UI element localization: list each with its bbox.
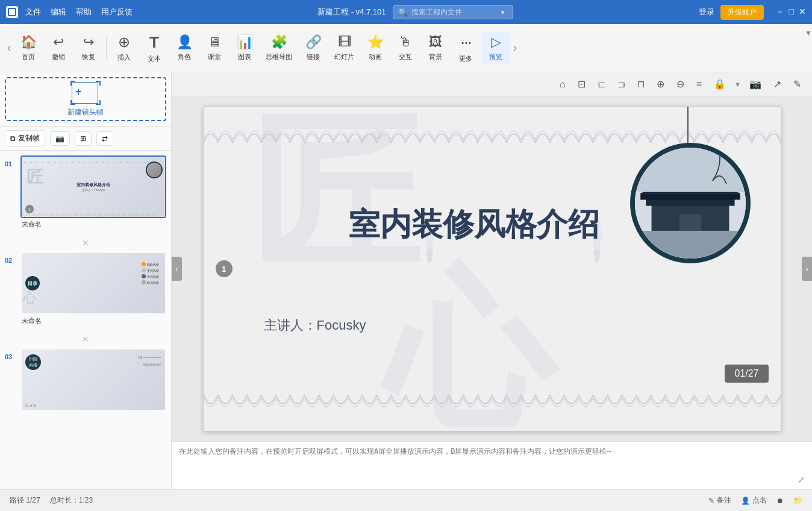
interact-icon: 🖱 — [399, 34, 412, 50]
record-icon: ⏺ — [776, 497, 784, 505]
person-icon: 👤 — [741, 497, 750, 505]
toolbar-interact-label: 交互 — [399, 52, 412, 61]
maximize-button[interactable]: □ — [789, 7, 794, 17]
grid-icon: ⊞ — [80, 134, 86, 143]
slide-main-title: 室内装修风格介绍 — [349, 204, 599, 246]
home-icon: 🏠 — [20, 34, 37, 50]
toolbar-chart[interactable]: 📊 图表 — [230, 32, 260, 64]
menu-file[interactable]: 文件 — [25, 7, 41, 17]
canvas-slide[interactable]: 匠 心 室内装修风格介绍 主 — [203, 106, 781, 431]
canvas-export-icon[interactable]: ↗ — [770, 77, 785, 92]
new-frame-area: + 新建镜头帧 ▼ — [0, 72, 171, 127]
folder-button[interactable]: 📁 — [793, 497, 802, 505]
canvas-content: ‹ 匠 心 — [172, 96, 812, 441]
canvas-copy-icon[interactable]: ⊡ — [574, 77, 589, 92]
close-button[interactable]: ✕ — [799, 7, 806, 17]
frame2-title: 未命名 — [20, 316, 166, 325]
frame-thumb-3[interactable]: 田园风格 01 ————— 田园风格介绍 01 of 08 — [20, 348, 166, 413]
note-icon: ✎ — [708, 497, 714, 505]
redo-icon: ↪ — [83, 34, 94, 50]
frame-thumb-inner-1[interactable]: 匠 室内装修风格介绍 主讲人：Focusky 1 — [20, 155, 166, 218]
frame-number-2: 02 — [5, 257, 17, 264]
minimize-button[interactable]: － — [776, 7, 784, 17]
new-frame-button[interactable]: + 新建镜头帧 — [5, 77, 166, 121]
canvas-lock-dropdown[interactable]: ▼ — [734, 81, 741, 88]
toolbar-bg-label: 背景 — [429, 52, 442, 61]
toolbar-interact[interactable]: 🖱 交互 — [390, 32, 420, 64]
frame-thumb-2[interactable]: 目录 简欧风格 美式风格 中式风格 欧式风格 心 未命名 — [20, 252, 166, 325]
toolbar-mindmap[interactable]: 🧩 思维导图 — [260, 32, 298, 64]
frame-number-3: 03 — [5, 353, 17, 360]
slide-image-line — [687, 107, 689, 146]
toolbar-nav-forward[interactable]: › — [511, 42, 519, 54]
canvas-camera-icon[interactable]: 📷 — [746, 77, 765, 92]
anim-icon: ⭐ — [367, 34, 384, 50]
canvas-list-icon[interactable]: ≡ — [693, 77, 705, 92]
search-box[interactable]: 🔍 ▼ — [393, 5, 513, 19]
menu-feedback[interactable]: 用户反馈 — [101, 7, 133, 17]
thumb1-content: 匠 室内装修风格介绍 主讲人：Focusky 1 — [22, 157, 165, 217]
slide-scallop-bottom — [204, 395, 781, 431]
spacer-icon-2: ✕ — [82, 334, 89, 344]
frame-thumb-inner-2[interactable]: 目录 简欧风格 美式风格 中式风格 欧式风格 心 — [20, 252, 166, 315]
undo-icon: ↩ — [53, 34, 64, 50]
camera-icon: 📷 — [55, 134, 64, 143]
grid-button[interactable]: ⊞ — [75, 131, 92, 146]
frame1-title: 未命名 — [20, 220, 166, 229]
toolbar-preview-label: 预览 — [489, 52, 502, 61]
toolbar-link[interactable]: 🔗 链接 — [298, 32, 328, 64]
copy-frame-button[interactable]: ⧉ 复制帧 — [5, 130, 45, 146]
toolbar-text[interactable]: T 文本 — [139, 31, 169, 66]
toolbar-text-label: 文本 — [148, 54, 161, 63]
notes-expand-icon[interactable]: ⤢ — [798, 475, 805, 484]
swap-button[interactable]: ⇄ — [96, 131, 113, 146]
frame-thumb-inner-3[interactable]: 田园风格 01 ————— 田园风格介绍 01 of 08 — [20, 348, 166, 411]
bg-icon: 🖼 — [429, 34, 442, 50]
frame-thumb-1[interactable]: 匠 室内装修风格介绍 主讲人：Focusky 1 未命名 — [20, 155, 166, 229]
role-icon: 👤 — [176, 34, 193, 50]
canvas-zoom-in-icon[interactable]: ⊕ — [653, 77, 668, 92]
toolbar-insert[interactable]: ⊕ 插入 — [109, 31, 139, 64]
canvas-home-icon[interactable]: ⌂ — [556, 77, 569, 92]
canvas-align-top-icon[interactable]: ⊓ — [634, 77, 648, 92]
menu-edit[interactable]: 编辑 — [51, 7, 66, 17]
toolbar-classroom[interactable]: 🖥 课堂 — [199, 32, 230, 64]
search-input[interactable] — [411, 8, 496, 16]
toolbar-insert-label: 插入 — [117, 53, 131, 62]
search-dropdown-icon[interactable]: ▼ — [499, 9, 505, 16]
main-area: + 新建镜头帧 ▼ ⧉ 复制帧 📷 — [0, 72, 812, 489]
camera-button[interactable]: 📷 — [50, 131, 70, 146]
canvas-align-left-icon[interactable]: ⊏ — [594, 77, 609, 92]
login-button[interactable]: 登录 — [699, 7, 714, 17]
notes-input[interactable] — [179, 447, 805, 484]
svg-rect-11 — [635, 148, 746, 192]
toolbar-slide[interactable]: 🎞 幻灯片 — [328, 32, 360, 64]
titlebar-left: 文件 编辑 帮助 用户反馈 — [6, 6, 133, 18]
canvas-edit-icon[interactable]: ✎ — [790, 77, 805, 92]
toolbar-anim[interactable]: ⭐ 动画 — [360, 32, 390, 64]
slide-image-frame[interactable]: 2 — [630, 143, 751, 263]
roll-call-button[interactable]: 👤 点名 — [741, 495, 767, 506]
toolbar-home[interactable]: 🏠 首页 — [13, 32, 43, 64]
upgrade-button[interactable]: 升级账户 — [720, 5, 764, 20]
canvas-align-right-icon[interactable]: ⊐ — [614, 77, 629, 92]
canvas-zoom-out-icon[interactable]: ⊖ — [673, 77, 688, 92]
spacer-icon-1: ✕ — [82, 238, 89, 248]
toolbar-redo[interactable]: ↪ 恢复 — [73, 32, 104, 64]
menu-help[interactable]: 帮助 — [76, 7, 92, 17]
toolbar-nav-back[interactable]: ‹ — [5, 42, 13, 54]
toolbar-link-label: 链接 — [307, 52, 320, 61]
notes-area: ⤢ — [172, 441, 812, 489]
record-button[interactable]: ⏺ — [776, 497, 784, 505]
titlebar-menus: 文件 编辑 帮助 用户反馈 — [25, 7, 133, 17]
toolbar-bg[interactable]: 🖼 背景 — [420, 32, 451, 64]
toolbar-role[interactable]: 👤 角色 — [169, 32, 199, 64]
canvas-lock-icon[interactable]: 🔒 — [710, 77, 729, 92]
toolbar-preview[interactable]: ▷ 预览 — [481, 32, 511, 64]
slide-circle-image: 2 — [630, 143, 751, 263]
canvas-next-button[interactable]: › — [802, 257, 812, 281]
toolbar-undo[interactable]: ↩ 撤销 — [43, 32, 73, 64]
note-button[interactable]: ✎ 备注 — [708, 495, 731, 506]
toolbar-more[interactable]: ··· 更多 — [451, 30, 481, 66]
canvas-prev-button[interactable]: ‹ — [172, 257, 182, 281]
